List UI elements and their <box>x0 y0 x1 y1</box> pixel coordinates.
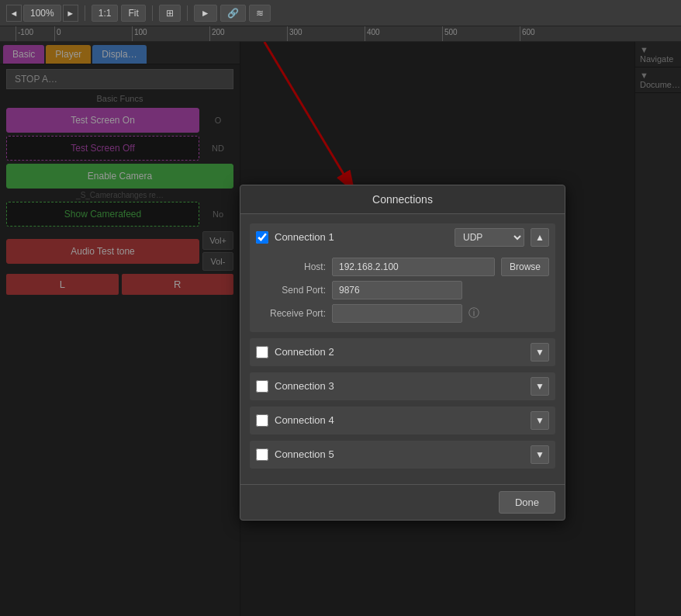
connection1-row: Connection 1 UDP TCP Serial OSC ▲ Host: <box>250 223 555 332</box>
connection3-label: Connection 3 <box>275 380 524 392</box>
ruler-tick: 200 <box>209 26 225 41</box>
connection2-label: Connection 2 <box>275 346 524 358</box>
receive-port-input[interactable] <box>332 304 462 323</box>
sep1 <box>85 5 85 21</box>
fit-btn[interactable]: Fit <box>121 5 145 22</box>
modal-overlay: Connections Connection 1 UDP TCP Serial … <box>0 42 681 616</box>
connection5-expand-btn[interactable]: ▼ <box>531 445 549 464</box>
connection2-checkbox[interactable] <box>256 346 268 358</box>
zoom-controls: ◄ 100% ► <box>6 5 78 22</box>
host-input[interactable] <box>332 258 495 276</box>
modal-body: Connection 1 UDP TCP Serial OSC ▲ Host: <box>240 214 565 484</box>
ruler-tick: 300 <box>287 26 302 41</box>
grid-btn[interactable]: ⊞ <box>159 5 181 22</box>
connection4-label: Connection 4 <box>275 414 524 426</box>
sep3 <box>187 5 188 21</box>
connection5-row: Connection 5 ▼ <box>250 441 555 469</box>
connection4-row: Connection 4 ▼ <box>250 407 555 434</box>
connection3-row: Connection 3 ▼ <box>250 372 555 400</box>
ruler-tick: -100 <box>16 26 33 41</box>
connection1-type-select[interactable]: UDP TCP Serial OSC <box>455 228 524 247</box>
receive-port-label: Receive Port: <box>256 308 326 319</box>
connection1-expand-btn[interactable]: ▲ <box>531 228 549 247</box>
done-button[interactable]: Done <box>499 491 555 514</box>
browse-btn[interactable]: Browse <box>501 258 549 276</box>
info-icon[interactable]: ⓘ <box>468 306 479 320</box>
ruler-tick: 400 <box>365 26 380 41</box>
zoom-level: 100% <box>23 5 61 22</box>
connection3-expand-btn[interactable]: ▼ <box>531 377 549 396</box>
connection5-checkbox[interactable] <box>256 448 268 461</box>
send-port-input[interactable] <box>332 281 462 299</box>
modal-footer: Done <box>240 484 565 520</box>
connection2-row: Connection 2 ▼ <box>250 338 555 366</box>
receive-port-row: Receive Port: ⓘ <box>256 304 549 323</box>
host-label: Host: <box>256 261 326 272</box>
connection5-label: Connection 5 <box>275 448 524 460</box>
wifi-btn[interactable]: ≋ <box>249 5 271 22</box>
ruler-tick: 0 <box>54 26 61 41</box>
zoom-in-btn[interactable]: ► <box>63 5 78 22</box>
connection1-checkbox[interactable] <box>256 231 268 244</box>
sep2 <box>152 5 153 21</box>
ruler: -100 0 100 200 300 400 500 600 <box>0 26 681 42</box>
main-area: Basic Player Displa… STOP A… Basic Funcs… <box>0 42 681 616</box>
connection4-checkbox[interactable] <box>256 414 268 427</box>
connection4-expand-btn[interactable]: ▼ <box>531 411 549 430</box>
send-port-row: Send Port: <box>256 281 549 299</box>
host-row: Host: Browse <box>256 258 549 276</box>
link-btn[interactable]: 🔗 <box>220 5 246 22</box>
connections-modal: Connections Connection 1 UDP TCP Serial … <box>240 185 565 521</box>
ruler-tick: 100 <box>132 26 147 41</box>
zoom-out-btn[interactable]: ◄ <box>6 5 22 22</box>
connection2-header: Connection 2 ▼ <box>256 343 549 362</box>
ratio-btn[interactable]: 1:1 <box>92 5 119 22</box>
connection3-header: Connection 3 ▼ <box>256 377 549 396</box>
connection2-expand-btn[interactable]: ▼ <box>531 343 549 362</box>
play-btn[interactable]: ► <box>194 5 217 22</box>
send-port-label: Send Port: <box>256 285 326 296</box>
ruler-tick: 500 <box>442 26 458 41</box>
modal-title: Connections <box>240 185 565 214</box>
toolbar: ◄ 100% ► 1:1 Fit ⊞ ► 🔗 ≋ <box>0 0 681 26</box>
connection1-label: Connection 1 <box>275 231 448 243</box>
connection5-header: Connection 5 ▼ <box>256 445 549 464</box>
connection4-header: Connection 4 ▼ <box>256 411 549 430</box>
connection1-details: Host: Browse Send Port: Receive Port: ⓘ <box>256 258 549 327</box>
connection1-header: Connection 1 UDP TCP Serial OSC ▲ <box>256 228 549 247</box>
ruler-tick: 600 <box>520 26 535 41</box>
connection3-checkbox[interactable] <box>256 380 268 393</box>
